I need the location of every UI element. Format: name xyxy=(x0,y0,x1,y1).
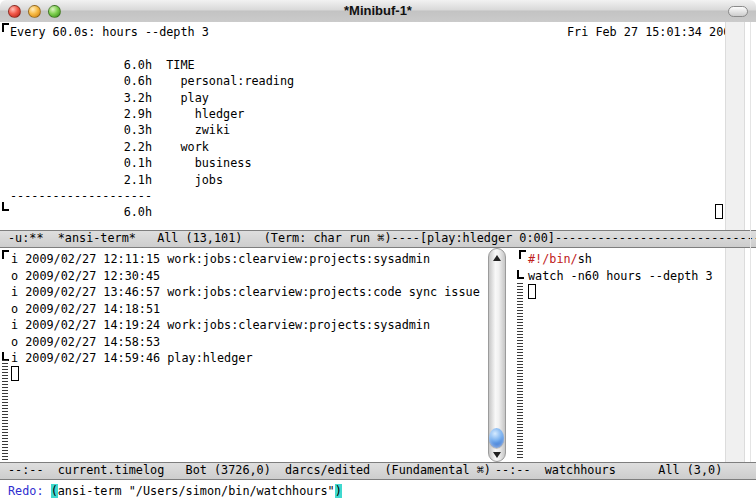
scrollbar-track-right[interactable] xyxy=(725,248,745,462)
window-title: *Minibuf-1* xyxy=(0,3,756,18)
frame-edge-line xyxy=(750,22,751,480)
timelog-entry[interactable]: o 2009/02/27 12:30:45 xyxy=(11,268,160,284)
buffer-start-fringe-icon xyxy=(519,250,526,259)
timelog-entry[interactable]: o 2009/02/27 14:18:51 xyxy=(11,301,160,317)
timelog-cursor xyxy=(11,366,19,381)
watchhours-pane[interactable]: #!/bin/sh watch -n60 hours --depth 3 xyxy=(508,248,725,462)
watch-command-line[interactable]: Every 60.0s: hours --depth 3 xyxy=(10,24,209,40)
report-line[interactable]: 2.2h work xyxy=(10,139,209,155)
watch-timestamp[interactable]: Fri Feb 27 15:01:34 2009 xyxy=(567,24,737,40)
emacs-window: *Minibuf-1* Every 60.0s: hours --depth 3… xyxy=(0,0,756,502)
modeline-ansi-term[interactable]: -u:** *ansi-term* All (13,101) (Term: ch… xyxy=(0,230,756,248)
shebang-shell: sh xyxy=(578,252,592,266)
report-line[interactable]: 6.0h TIME xyxy=(10,57,195,73)
timelog-pane[interactable]: i 2009/02/27 12:11:15 work:jobs:clearvie… xyxy=(0,248,488,462)
scroll-up-arrow-icon[interactable] xyxy=(493,255,501,261)
buffer-end-fringe-icon xyxy=(2,202,9,211)
echo-command-text: ansi-term "/Users/simon/bin/watchhours" xyxy=(58,484,335,498)
report-line[interactable]: 0.6h personal:reading xyxy=(10,73,294,89)
titlebar[interactable]: *Minibuf-1* xyxy=(0,0,756,23)
buffer-end-fringe-icon xyxy=(517,270,524,279)
empty-lines-fringe-icon xyxy=(2,360,8,460)
script-cursor xyxy=(528,284,536,299)
ansi-term-pane[interactable]: Every 60.0s: hours --depth 3 Fri Feb 27 … xyxy=(0,22,756,230)
scrollbar-thumb[interactable] xyxy=(489,428,504,448)
report-line[interactable]: 0.3h zwiki xyxy=(10,122,230,138)
report-total-line[interactable]: 6.0h xyxy=(10,204,152,220)
buffer-start-fringe-icon xyxy=(2,250,9,259)
terminal-cursor xyxy=(715,204,723,219)
scrollbar-timelog[interactable] xyxy=(488,248,506,462)
shebang-line[interactable]: #!/bin/sh xyxy=(528,251,592,267)
timelog-entry[interactable]: i 2009/02/27 14:59:46 play:hledger xyxy=(11,350,252,366)
scroll-down-arrow-icon[interactable] xyxy=(493,452,501,458)
modeline-timelog[interactable]: --:-- current.timelog Bot (3726,0) darcs… xyxy=(0,462,489,480)
report-line[interactable]: 2.9h hledger xyxy=(10,106,244,122)
buffer-start-fringe-icon xyxy=(2,23,9,32)
report-separator-line[interactable]: -------------------- xyxy=(10,188,152,204)
report-line[interactable]: 0.1h business xyxy=(10,155,251,171)
timelog-entry[interactable]: i 2009/02/27 12:11:15 work:jobs:clearvie… xyxy=(11,251,430,267)
timelog-entry[interactable]: o 2009/02/27 14:58:53 xyxy=(11,334,160,350)
timelog-entry[interactable]: i 2009/02/27 14:19:24 work:jobs:clearvie… xyxy=(11,317,430,333)
empty-lines-fringe-icon xyxy=(517,283,523,459)
script-command-line[interactable]: watch -n60 hours --depth 3 xyxy=(528,268,713,284)
toolbar-toggle-button[interactable] xyxy=(728,6,748,17)
modeline-watchhours[interactable]: --:-- watchhours All (3,0) xyxy=(489,462,756,480)
matched-paren-close: ) xyxy=(335,484,342,498)
minibuffer-echo-area[interactable]: Redo: (ansi-term "/Users/simon/bin/watch… xyxy=(8,483,342,500)
redo-label: Redo: xyxy=(8,484,51,498)
matched-paren-open: ( xyxy=(51,484,58,498)
scrollbar-track-top[interactable] xyxy=(725,22,745,230)
report-line[interactable]: 2.1h jobs xyxy=(10,172,223,188)
report-line[interactable]: 3.2h play xyxy=(10,90,209,106)
timelog-entry[interactable]: i 2009/02/27 13:46:57 work:jobs:clearvie… xyxy=(11,284,480,300)
shebang-interpreter: #!/bin/ xyxy=(528,252,578,266)
